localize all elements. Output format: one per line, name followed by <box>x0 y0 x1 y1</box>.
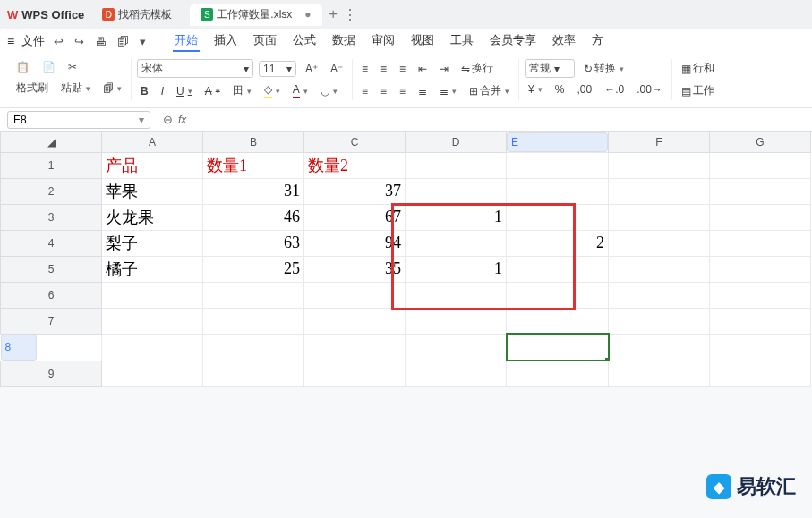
cell-B2[interactable]: 31 <box>203 178 304 204</box>
cell-C8[interactable] <box>304 334 406 361</box>
cell-E4[interactable]: 2 <box>507 230 609 256</box>
cell-B4[interactable]: 63 <box>203 230 304 256</box>
row-col-button[interactable]: ▦ 行和 <box>678 59 718 78</box>
align-bottom-button[interactable]: ≡ <box>396 61 409 77</box>
row-header-1[interactable]: 1 <box>1 152 102 178</box>
qat-more-button[interactable]: ▾ <box>138 35 148 48</box>
justify-left-button[interactable]: ≣ <box>415 83 431 99</box>
cell-D4[interactable] <box>406 230 507 256</box>
cell-A5[interactable]: 橘子 <box>102 256 203 282</box>
redo-button[interactable]: ↪ <box>73 35 86 48</box>
cell-E6[interactable] <box>507 282 609 308</box>
cell-B3[interactable]: 46 <box>203 204 304 230</box>
col-header-D[interactable]: D <box>406 132 507 153</box>
cell-B6[interactable] <box>203 282 304 308</box>
cell-E7[interactable] <box>507 308 609 334</box>
align-middle-button[interactable]: ≡ <box>377 61 390 77</box>
cell-F3[interactable] <box>609 204 710 230</box>
increase-decimal-button[interactable]: .00→ <box>633 81 666 98</box>
cell-C9[interactable] <box>304 361 406 386</box>
ribbon-tab-data[interactable]: 数据 <box>330 30 357 52</box>
align-left-button[interactable]: ≡ <box>358 83 372 99</box>
cell-E8[interactable] <box>507 334 609 361</box>
font-size-select[interactable]: 11▾ <box>259 61 296 77</box>
cell-D2[interactable] <box>406 178 507 204</box>
cell-B8[interactable] <box>203 334 304 361</box>
row-header-7[interactable]: 7 <box>1 308 102 334</box>
cell-C7[interactable] <box>304 308 406 334</box>
fill-color-button[interactable]: ◇ <box>261 81 284 100</box>
currency-button[interactable]: ¥ <box>525 81 546 98</box>
font-color-button[interactable]: A <box>289 81 312 100</box>
cell-A3[interactable]: 火龙果 <box>102 204 203 230</box>
file-menu[interactable]: 文件 <box>21 33 45 49</box>
indent-dec-button[interactable]: ⇤ <box>415 61 431 77</box>
cell-C5[interactable]: 35 <box>304 256 406 282</box>
cell-A4[interactable]: 梨子 <box>102 230 203 256</box>
cell-A8[interactable] <box>102 334 203 361</box>
merge-cells-button[interactable]: ⊞ 合并 <box>466 81 513 100</box>
wrap-text-button[interactable]: ⇋ 换行 <box>457 59 497 78</box>
paste-icon[interactable]: 📄 <box>38 59 59 75</box>
cell-G3[interactable] <box>710 204 811 230</box>
cell-F9[interactable] <box>609 361 710 386</box>
bold-button[interactable]: B <box>137 83 152 99</box>
decrease-font-button[interactable]: A⁻ <box>327 61 346 77</box>
fx-icon[interactable]: fx <box>178 114 186 126</box>
cell-D5[interactable]: 1 <box>406 256 507 282</box>
row-header-8[interactable]: 8 <box>1 335 37 361</box>
cell-E1[interactable] <box>507 152 609 178</box>
select-all-corner[interactable]: ◢ <box>1 132 102 153</box>
add-tab-button[interactable]: + <box>329 6 338 22</box>
cell-G5[interactable] <box>710 256 811 282</box>
font-name-select[interactable]: 宋体▾ <box>137 59 253 78</box>
indent-inc-button[interactable]: ⇥ <box>436 61 452 77</box>
decrease-decimal-button[interactable]: ←.0 <box>601 81 628 98</box>
ribbon-tab-tools[interactable]: 工具 <box>449 30 475 52</box>
cell-D9[interactable] <box>406 361 507 386</box>
format-painter-icon[interactable]: 📋 <box>13 59 33 75</box>
cell-C6[interactable] <box>304 282 406 308</box>
cell-G7[interactable] <box>710 308 811 334</box>
cell-G1[interactable] <box>710 152 811 178</box>
row-header-4[interactable]: 4 <box>1 230 102 256</box>
cell-G2[interactable] <box>710 178 811 204</box>
col-header-A[interactable]: A <box>102 132 203 153</box>
cell-F8[interactable] <box>609 334 710 361</box>
cell-A7[interactable] <box>102 308 203 334</box>
row-header-2[interactable]: 2 <box>1 178 102 204</box>
cell-C1[interactable]: 数量2 <box>304 152 406 178</box>
cell-C2[interactable]: 37 <box>304 178 406 204</box>
strikethrough-button[interactable]: A <box>201 83 224 99</box>
cell-E3[interactable] <box>507 204 609 230</box>
undo-button[interactable]: ↩ <box>52 35 65 48</box>
ribbon-tab-page[interactable]: 页面 <box>252 30 278 52</box>
transpose-button[interactable]: ↻ 转换 <box>580 59 628 78</box>
ribbon-tab-more[interactable]: 方 <box>590 30 605 52</box>
cell-D6[interactable] <box>406 282 507 308</box>
cell-A9[interactable] <box>102 361 203 386</box>
increase-font-button[interactable]: A⁺ <box>302 61 321 77</box>
row-header-6[interactable]: 6 <box>1 282 102 308</box>
cell-F5[interactable] <box>609 256 710 282</box>
cell-D7[interactable] <box>406 308 507 334</box>
cell-C3[interactable]: 67 <box>304 204 406 230</box>
row-header-9[interactable]: 9 <box>1 361 102 386</box>
cell-A2[interactable]: 苹果 <box>102 178 203 204</box>
ribbon-tab-home[interactable]: 开始 <box>173 30 200 52</box>
cell-E5[interactable] <box>507 256 609 282</box>
cell-A6[interactable] <box>102 282 203 308</box>
cancel-icon[interactable]: ⊖ <box>163 113 173 126</box>
col-header-G[interactable]: G <box>710 132 811 153</box>
underline-button[interactable]: U <box>173 83 196 99</box>
col-header-C[interactable]: C <box>304 132 406 153</box>
cell-G4[interactable] <box>710 230 811 256</box>
italic-button[interactable]: I <box>158 83 167 99</box>
comma-button[interactable]: ,00 <box>573 81 595 98</box>
tab-template[interactable]: D 找稻壳模板 <box>91 4 183 26</box>
formula-input[interactable] <box>192 111 807 129</box>
worksheet-button[interactable]: ▤ 工作 <box>678 81 718 100</box>
align-top-button[interactable]: ≡ <box>358 61 372 77</box>
cell-D1[interactable] <box>406 152 507 178</box>
more-tabs-button[interactable]: ⋮ <box>343 6 357 23</box>
